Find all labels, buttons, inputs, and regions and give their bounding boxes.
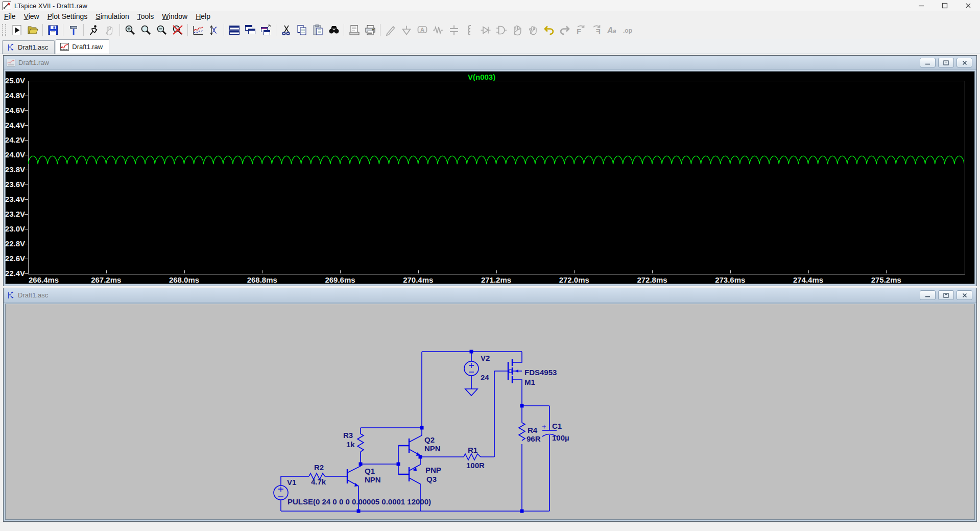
run-icon[interactable]	[9, 22, 25, 38]
waveform-plot-area[interactable]: V(n003) 25.0V24.8V24.6V24.4V24.2V24.0V23…	[5, 71, 975, 284]
menu-window[interactable]: Window	[158, 11, 192, 21]
v2-label: V2	[481, 354, 490, 362]
maximize-button[interactable]	[933, 0, 957, 11]
plot-restore-button[interactable]	[938, 58, 954, 67]
control-panel-icon[interactable]	[65, 22, 81, 38]
schematic-tab-icon	[7, 43, 15, 52]
r3-label: R3	[343, 431, 353, 440]
redo-icon[interactable]	[557, 22, 572, 38]
bottom-strip	[0, 522, 980, 531]
autorange-icon[interactable]	[190, 22, 206, 38]
trace-name-v(n003)[interactable]: V(n003)	[468, 73, 495, 81]
x-tick-mark	[184, 270, 185, 273]
halt-icon[interactable]	[102, 22, 117, 38]
menu-tools[interactable]: Tools	[133, 11, 158, 21]
zoom-full-extents-icon[interactable]	[170, 22, 185, 38]
plot-window-titlebar[interactable]: Draft1.raw	[4, 56, 976, 70]
toolbar-separator	[63, 24, 63, 36]
r4-resistor[interactable]	[519, 423, 525, 441]
m1-value: FDS4953	[524, 368, 557, 377]
component-icon[interactable]	[493, 22, 509, 38]
v2-voltage-source[interactable]	[464, 352, 479, 396]
resistor-icon[interactable]	[430, 22, 446, 38]
save-icon[interactable]	[45, 22, 61, 38]
q1-label: Q1	[365, 467, 375, 475]
r4-value: 96R	[527, 434, 541, 443]
q2-type: NPN	[424, 444, 441, 453]
net-label-icon[interactable]: A	[414, 22, 430, 38]
zoom-in-icon[interactable]	[122, 22, 138, 38]
inductor-icon[interactable]	[462, 22, 477, 38]
menu-file[interactable]: File	[0, 11, 20, 21]
spice-directive-icon[interactable]: .op	[620, 22, 636, 38]
y-tick-label: 23.0V	[2, 224, 25, 233]
wire-junctions	[357, 350, 524, 513]
y-tick-mark	[25, 155, 28, 155]
schematic-window-titlebar[interactable]: Draft1.asc	[4, 288, 976, 303]
schematic-restore-button[interactable]	[938, 290, 954, 300]
copy-icon[interactable]	[294, 22, 310, 38]
x-tick-label: 267.2ms	[91, 275, 121, 284]
y-tick-mark	[25, 170, 28, 170]
wire-icon[interactable]	[383, 22, 398, 38]
plot-close-button[interactable]	[957, 58, 972, 67]
r1-value: 100R	[466, 461, 485, 470]
text-icon[interactable]: Aa	[604, 22, 620, 38]
r3-resistor[interactable]	[357, 434, 364, 452]
close-button[interactable]	[957, 0, 980, 11]
menu-view[interactable]: View	[20, 11, 43, 21]
zoom-back-icon[interactable]	[138, 22, 154, 38]
tab-draft1-raw[interactable]: Draft1.raw	[56, 39, 109, 54]
arrange-windows-icon[interactable]	[258, 22, 274, 38]
x-tick-label: 268.0ms	[169, 275, 199, 284]
x-tick-mark	[262, 270, 262, 273]
tab-draft1-asc[interactable]: Draft1.asc	[2, 40, 55, 54]
m1-pmos-transistor[interactable]	[508, 352, 522, 406]
open-icon[interactable]	[25, 22, 40, 38]
toolbar-grip[interactable]	[2, 24, 6, 36]
zoom-out-icon[interactable]	[154, 22, 170, 38]
menu-help[interactable]: Help	[192, 11, 214, 21]
q3-type: PNP	[425, 466, 441, 474]
minimize-button[interactable]	[910, 0, 933, 11]
paste-icon[interactable]	[310, 22, 326, 38]
plot-minimize-button[interactable]	[920, 58, 936, 67]
print-icon[interactable]	[362, 22, 378, 38]
menu-simulation[interactable]: Simulation	[91, 11, 133, 21]
x-tick-mark	[574, 270, 575, 273]
y-tick-label: 24.8V	[2, 91, 25, 100]
y-tick-label: 24.4V	[2, 121, 25, 129]
r1-label: R1	[468, 446, 477, 454]
capacitor-icon[interactable]	[446, 22, 462, 38]
schematic-close-button[interactable]	[957, 290, 972, 300]
schematic-canvas[interactable]: V1 PULSE(0 24 0 0 0 0.00005 0.0001 12000…	[5, 304, 975, 520]
menu-plot-settings[interactable]: Plot Settings	[43, 11, 92, 21]
y-tick-label: 24.6V	[2, 106, 25, 114]
ground-icon[interactable]	[398, 22, 414, 38]
ltspice-app: LTspice XVII - Draft1.raw File View Plot…	[0, 0, 980, 531]
x-tick-label: 269.6ms	[325, 275, 355, 284]
r1-resistor[interactable]	[464, 454, 481, 460]
run-simulation-icon[interactable]	[86, 22, 102, 38]
y-tick-label: 24.2V	[2, 135, 25, 144]
drag-icon[interactable]	[525, 22, 541, 38]
plot-settings-icon[interactable]	[206, 22, 222, 38]
x-tick-label: 266.4ms	[29, 275, 59, 284]
print-preview-icon[interactable]	[346, 22, 362, 38]
y-tick-label: 22.6V	[2, 254, 25, 263]
tab-label: Draft1.asc	[18, 43, 48, 51]
x-tick-label: 270.4ms	[403, 275, 433, 284]
x-tick-label: 268.8ms	[247, 275, 277, 284]
mirror-icon[interactable]: F	[588, 22, 604, 38]
cut-icon[interactable]	[278, 22, 294, 38]
schematic-minimize-button[interactable]	[920, 290, 936, 300]
cascade-windows-icon[interactable]	[242, 22, 258, 38]
q2-npn-transistor[interactable]	[398, 352, 422, 457]
q2-label: Q2	[424, 435, 435, 444]
diode-icon[interactable]	[477, 22, 493, 38]
move-icon[interactable]	[509, 22, 525, 38]
find-icon[interactable]	[326, 22, 342, 38]
tile-windows-icon[interactable]	[226, 22, 242, 38]
undo-icon[interactable]	[541, 22, 557, 38]
rotate-icon[interactable]: F	[572, 22, 588, 38]
